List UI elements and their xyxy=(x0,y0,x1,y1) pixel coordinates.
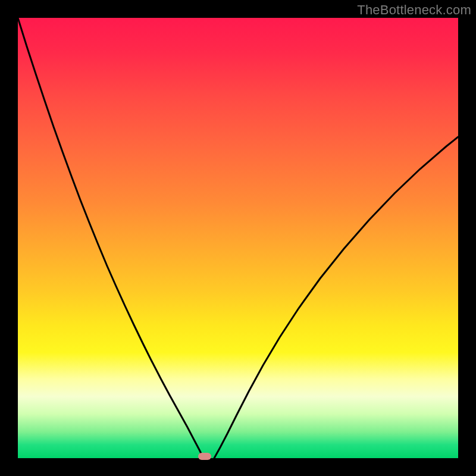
plot-area xyxy=(18,18,458,458)
min-marker xyxy=(198,453,211,460)
right-curve-path xyxy=(214,137,458,458)
curve-svg xyxy=(18,18,458,458)
chart-frame: TheBottleneck.com xyxy=(0,0,476,476)
watermark-label: TheBottleneck.com xyxy=(357,2,471,18)
left-curve-path xyxy=(18,18,203,458)
